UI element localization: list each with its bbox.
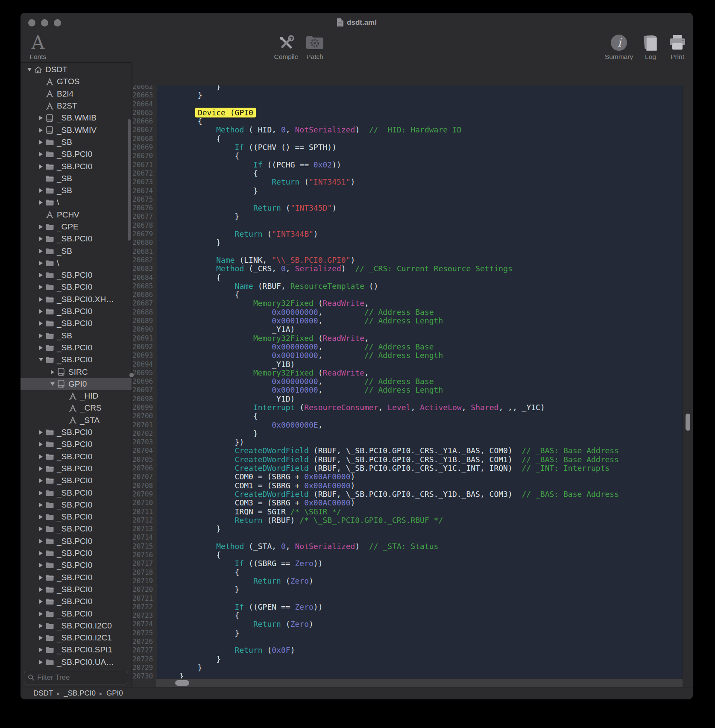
- tree-item--sb-pci0-i2c1[interactable]: _SB.PCI0.I2C1: [21, 632, 132, 644]
- disclosure-triangle[interactable]: [36, 478, 45, 483]
- disclosure-triangle[interactable]: [36, 297, 45, 302]
- tree-item--sb-pci0[interactable]: _SB.PCI0: [21, 571, 132, 583]
- tree-item--sb-wmiv[interactable]: _SB.WMIV: [21, 124, 132, 136]
- disclosure-triangle[interactable]: [36, 503, 45, 507]
- close-button[interactable]: [28, 19, 35, 26]
- filter-tree-input[interactable]: [35, 673, 132, 682]
- tree-item--hid[interactable]: _HID: [21, 390, 132, 402]
- tree-item--sb-pci0[interactable]: _SB.PCI0: [21, 342, 132, 354]
- tree-item--sb-pci0[interactable]: _SB.PCI0: [21, 160, 132, 172]
- tree-item--sb-pci0[interactable]: _SB.PCI0: [21, 535, 132, 547]
- tree-item--sb-pci0-xh-[interactable]: _SB.PCI0.XH…: [21, 294, 132, 305]
- tree-item--sb-pci0[interactable]: _SB.PCI0: [21, 608, 132, 619]
- tree-item--sb-pci0[interactable]: _SB.PCI0: [21, 426, 132, 438]
- tree-item--sb-pci0[interactable]: _SB.PCI0: [21, 451, 132, 463]
- tree-item--sb-pci0[interactable]: _SB.PCI0: [21, 438, 132, 450]
- disclosure-triangle[interactable]: [36, 599, 45, 604]
- disclosure-triangle[interactable]: [48, 370, 57, 374]
- tree-item--sb-pci0[interactable]: _SB.PCI0: [21, 523, 132, 535]
- tree-item--sb[interactable]: _SB: [21, 185, 132, 197]
- disclosure-triangle[interactable]: [36, 346, 45, 350]
- horizontal-scrollbar-thumb[interactable]: [175, 680, 189, 686]
- disclosure-triangle[interactable]: [36, 539, 45, 543]
- tree-item--sb-pci0[interactable]: _SB.PCI0: [21, 559, 132, 571]
- disclosure-triangle[interactable]: [36, 527, 45, 531]
- minimize-button[interactable]: [41, 19, 48, 26]
- disclosure-triangle[interactable]: [36, 116, 45, 120]
- disclosure-triangle[interactable]: [36, 334, 45, 338]
- toolbar-print-button[interactable]: Print: [654, 32, 693, 62]
- disclosure-triangle[interactable]: [36, 140, 45, 144]
- tree-item--sb-pci0[interactable]: _SB.PCI0: [21, 281, 132, 293]
- vertical-scrollbar[interactable]: [683, 85, 693, 678]
- tree-item--sta[interactable]: _STA: [21, 414, 132, 426]
- tree-item--sb-pci0[interactable]: _SB.PCI0: [21, 317, 132, 329]
- disclosure-triangle[interactable]: [48, 382, 57, 386]
- disclosure-triangle[interactable]: [36, 612, 45, 616]
- disclosure-triangle[interactable]: [36, 249, 45, 253]
- tree-item--sb-pci0[interactable]: _SB.PCI0: [21, 499, 132, 511]
- code-editor[interactable]: 20662 }20663 }2066420665 Device (GPI0206…: [132, 85, 683, 678]
- disclosure-triangle[interactable]: [36, 515, 45, 519]
- disclosure-triangle[interactable]: [36, 188, 45, 193]
- tree-item--sb-pci0[interactable]: _SB.PCI0: [21, 547, 132, 559]
- disclosure-triangle[interactable]: [36, 285, 45, 289]
- tree-item--sb-pci0[interactable]: _SB.PCI0: [21, 305, 132, 317]
- disclosure-triangle[interactable]: [36, 636, 45, 640]
- disclosure-triangle[interactable]: [36, 237, 45, 241]
- tree-item--sb-pci0[interactable]: _SB.PCI0: [21, 463, 132, 475]
- tree-item-b2i4[interactable]: B2I4: [21, 88, 132, 100]
- tree-item--[interactable]: \: [21, 197, 132, 208]
- vertical-scrollbar-thumb[interactable]: [686, 414, 690, 431]
- tree-item--gpe[interactable]: _GPE: [21, 221, 132, 233]
- tree-item-dsdt[interactable]: DSDT: [21, 64, 132, 76]
- tree-item--sb-pci0[interactable]: _SB.PCI0: [21, 596, 132, 608]
- disclosure-triangle[interactable]: [36, 660, 45, 664]
- disclosure-triangle[interactable]: [36, 152, 45, 156]
- filter-tree-field[interactable]: [24, 671, 128, 684]
- horizontal-scrollbar[interactable]: [156, 678, 683, 687]
- split-divider-handle[interactable]: [129, 373, 134, 377]
- disclosure-triangle[interactable]: [36, 225, 45, 229]
- tree-item--sb-pci0[interactable]: _SB.PCI0: [21, 487, 132, 499]
- disclosure-triangle[interactable]: [36, 128, 45, 132]
- disclosure-triangle[interactable]: [36, 491, 45, 495]
- tree-item-gpi0[interactable]: GPI0: [21, 378, 132, 390]
- tree-item--sb-pci0[interactable]: _SB.PCI0: [21, 584, 132, 596]
- tree-item--sb[interactable]: _SB: [21, 173, 132, 185]
- tree-item-gtos[interactable]: GTOS: [21, 76, 132, 88]
- tree-item--sb[interactable]: _SB: [21, 245, 132, 257]
- disclosure-triangle[interactable]: [36, 575, 45, 580]
- tree-item--crs[interactable]: _CRS: [21, 402, 132, 414]
- disclosure-triangle[interactable]: [36, 648, 45, 652]
- tree-item--sb-pci0[interactable]: _SB.PCI0: [21, 354, 132, 366]
- breadcrumb-item-gpi0[interactable]: GPI0: [106, 689, 123, 698]
- tree-item--sb-pci0[interactable]: _SB.PCI0: [21, 269, 132, 281]
- tree-item--[interactable]: \: [21, 257, 132, 269]
- tree-item--sb-pci0[interactable]: _SB.PCI0: [21, 511, 132, 523]
- tree-item--sb[interactable]: _SB: [21, 330, 132, 342]
- disclosure-triangle[interactable]: [36, 430, 45, 434]
- breadcrumb-item-dsdt[interactable]: DSDT: [33, 689, 53, 698]
- disclosure-triangle[interactable]: [36, 587, 45, 592]
- tree-item--sb-pci0[interactable]: _SB.PCI0: [21, 475, 132, 487]
- disclosure-triangle[interactable]: [36, 321, 45, 326]
- tree-item-pchv[interactable]: PCHV: [21, 209, 132, 221]
- tree-item-b2st[interactable]: B2ST: [21, 100, 132, 112]
- sidebar-scrollbar-thumb[interactable]: [128, 119, 131, 241]
- tree-item--sb-wmib[interactable]: _SB.WMIB: [21, 112, 132, 124]
- disclosure-triangle[interactable]: [36, 624, 45, 628]
- disclosure-triangle[interactable]: [36, 273, 45, 277]
- disclosure-triangle[interactable]: [36, 563, 45, 567]
- disclosure-triangle[interactable]: [36, 467, 45, 471]
- tree-item--sb-pci0[interactable]: _SB.PCI0: [21, 233, 132, 245]
- zoom-button[interactable]: [54, 19, 61, 26]
- tree-item--sb-pci0[interactable]: _SB.PCI0: [21, 148, 132, 160]
- toolbar-patch-button[interactable]: Patch: [291, 32, 338, 62]
- disclosure-triangle[interactable]: [36, 551, 45, 555]
- tree-item--sb[interactable]: _SB: [21, 136, 132, 148]
- disclosure-triangle[interactable]: [36, 455, 45, 459]
- disclosure-triangle[interactable]: [36, 442, 45, 446]
- disclosure-triangle[interactable]: [36, 261, 45, 265]
- tree-item--sb-pci0-i2c0[interactable]: _SB.PCI0.I2C0: [21, 620, 132, 632]
